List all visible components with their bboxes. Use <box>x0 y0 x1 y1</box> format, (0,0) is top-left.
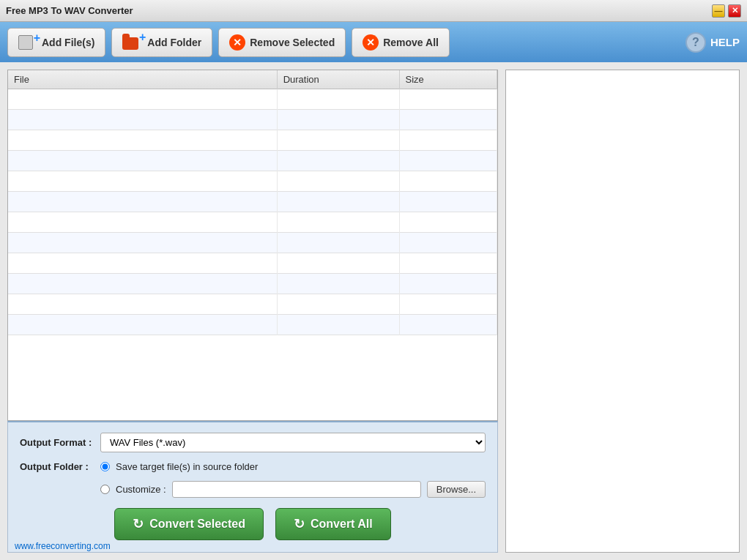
title-buttons: — ✕ <box>712 4 741 18</box>
convert-all-button[interactable]: ↻ Convert All <box>275 508 391 540</box>
right-panel <box>505 70 740 553</box>
customize-input[interactable] <box>172 481 421 498</box>
output-folder-row: Output Folder : Save target file(s) in s… <box>20 461 486 472</box>
convert-all-icon: ↻ <box>294 516 305 532</box>
table-row <box>8 192 497 212</box>
convert-all-label: Convert All <box>311 518 373 531</box>
help-icon: ? <box>685 32 706 53</box>
remove-all-button[interactable]: ✕ Remove All <box>352 28 450 57</box>
table-row <box>8 212 497 233</box>
customize-row: Customize : Browse... <box>100 481 486 498</box>
remove-all-icon: ✕ <box>363 34 379 51</box>
table-row <box>8 151 497 171</box>
save-source-label: Save target file(s) in source folder <box>116 461 258 472</box>
table-row <box>8 233 497 253</box>
add-folder-label: Add Folder <box>147 37 201 48</box>
toolbar: + Add File(s) + Add Folder ✕ Remove Sele… <box>0 22 747 62</box>
output-folder-label: Output Folder : <box>20 461 100 472</box>
convert-selected-label: Convert Selected <box>149 518 245 531</box>
format-select[interactable]: WAV Files (*.wav) MP3 Files (*.mp3) OGG … <box>100 433 486 452</box>
footer-link[interactable]: www.freeconverting.com <box>15 541 111 551</box>
save-source-radio-row: Save target file(s) in source folder <box>100 461 258 472</box>
convert-buttons: ↻ Convert Selected ↻ Convert All <box>20 508 486 540</box>
remove-selected-label: Remove Selected <box>250 37 335 48</box>
output-format-row: Output Format : WAV Files (*.wav) MP3 Fi… <box>20 433 486 452</box>
table-row <box>8 110 497 130</box>
save-source-radio[interactable] <box>100 462 110 471</box>
col-size: Size <box>399 70 497 89</box>
app-title: Free MP3 To WAV Converter <box>6 5 133 16</box>
add-files-icon: + <box>18 34 37 51</box>
file-table: File Duration Size <box>8 70 497 335</box>
remove-selected-icon: ✕ <box>229 34 245 51</box>
add-folder-button[interactable]: + Add Folder <box>111 28 212 57</box>
main-content: File Duration Size <box>0 62 747 560</box>
close-button[interactable]: ✕ <box>728 4 741 18</box>
remove-selected-button[interactable]: ✕ Remove Selected <box>218 28 346 57</box>
table-row <box>8 274 497 294</box>
minimize-button[interactable]: — <box>712 4 725 18</box>
table-row <box>8 130 497 151</box>
convert-selected-icon: ↻ <box>133 516 144 532</box>
add-files-button[interactable]: + Add File(s) <box>7 28 105 57</box>
table-row <box>8 315 497 335</box>
title-bar: Free MP3 To WAV Converter — ✕ <box>0 0 747 22</box>
browse-button[interactable]: Browse... <box>427 481 486 498</box>
col-duration: Duration <box>277 70 399 89</box>
customize-label: Customize : <box>116 484 166 495</box>
footer: www.freeconverting.com <box>15 540 111 551</box>
add-folder-icon: + <box>122 34 143 51</box>
table-row <box>8 89 497 110</box>
convert-selected-button[interactable]: ↻ Convert Selected <box>114 508 264 540</box>
add-files-label: Add File(s) <box>42 37 94 48</box>
output-format-label: Output Format : <box>20 437 100 448</box>
left-panel: File Duration Size <box>0 62 505 560</box>
help-button[interactable]: ? HELP <box>685 32 740 53</box>
table-row <box>8 294 497 315</box>
file-table-container: File Duration Size <box>7 70 498 421</box>
remove-all-label: Remove All <box>383 37 439 48</box>
col-file: File <box>8 70 277 89</box>
customize-radio[interactable] <box>100 485 110 494</box>
table-row <box>8 171 497 192</box>
table-row <box>8 253 497 274</box>
settings-area: Output Format : WAV Files (*.wav) MP3 Fi… <box>7 421 498 553</box>
help-label: HELP <box>710 36 740 48</box>
